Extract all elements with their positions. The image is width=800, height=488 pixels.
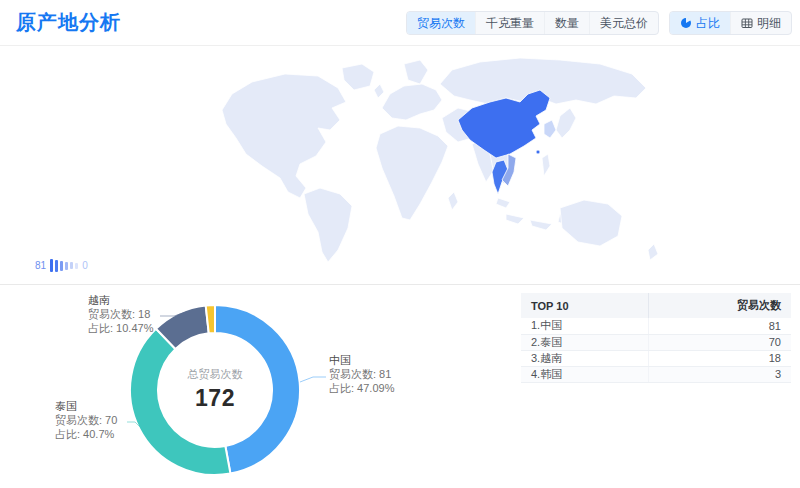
donut-center-label: 总贸易次数 xyxy=(188,367,243,382)
pie-label-vietnam: 越南 贸易次数: 18 占比: 10.47% xyxy=(88,293,153,335)
donut-chart-area: 越南 贸易次数: 18 占比: 10.47% 中国 贸易次数: 81 占比: 4… xyxy=(0,285,520,488)
top10-table: TOP 10 贸易次数 1.中国812.泰国703.越南184.韩国3 xyxy=(521,293,791,383)
table-row: 1.中国81 xyxy=(521,318,791,334)
pie-label-vietnam-percent: 占比: 10.47% xyxy=(88,321,153,335)
table-header-trade-count: 贸易次数 xyxy=(649,293,791,318)
table-header-top10: TOP 10 xyxy=(521,293,649,318)
table-row: 4.韩国3 xyxy=(521,366,791,382)
grid-icon xyxy=(741,17,753,29)
donut-chart xyxy=(0,285,520,488)
value-cell: 18 xyxy=(649,350,791,366)
world-map xyxy=(0,46,800,284)
tab-detail[interactable]: 明细 xyxy=(730,12,791,34)
origin-analysis-page: 原产地分析 贸易次数千克重量数量美元总价 占比明细 xyxy=(0,0,800,488)
landmass-madagascar xyxy=(448,192,458,210)
country-cell: 3.越南 xyxy=(521,350,649,366)
landmass-south-america xyxy=(304,188,352,262)
map-country-korea[interactable] xyxy=(544,120,556,138)
legend-bars xyxy=(50,259,78,272)
table-row: 2.泰国70 xyxy=(521,334,791,350)
top10-table-area: TOP 10 贸易次数 1.中国812.泰国703.越南184.韩国3 xyxy=(521,293,791,488)
legend-bar xyxy=(65,262,68,270)
tab-label: 贸易次数 xyxy=(417,16,465,30)
pie-label-thailand-percent: 占比: 40.7% xyxy=(55,427,117,441)
tab-ratio[interactable]: 占比 xyxy=(670,12,730,34)
value-cell: 3 xyxy=(649,366,791,382)
donut-center: 总贸易次数 172 xyxy=(188,367,243,412)
country-cell: 2.泰国 xyxy=(521,334,649,350)
value-cell: 81 xyxy=(649,318,791,334)
tab-label: 千克重量 xyxy=(486,16,534,30)
legend-bar xyxy=(70,262,73,269)
pie-label-china-name: 中国 xyxy=(329,353,394,367)
table-header-row: TOP 10 贸易次数 xyxy=(521,293,791,318)
header-controls: 贸易次数千克重量数量美元总价 占比明细 xyxy=(406,11,792,35)
legend-min-value: 0 xyxy=(82,260,88,271)
tab-label: 数量 xyxy=(555,16,579,30)
map-country-china-taiwan[interactable] xyxy=(536,150,540,154)
landmass-uk xyxy=(374,84,384,98)
map-color-legend[interactable]: 81 0 xyxy=(35,259,88,272)
landmass-africa xyxy=(376,126,448,220)
pie-label-china-percent: 占比: 47.09% xyxy=(329,381,394,395)
tab-weight-kg[interactable]: 千克重量 xyxy=(475,12,544,34)
tab-label: 明细 xyxy=(757,16,781,30)
page-header: 原产地分析 贸易次数千克重量数量美元总价 占比明细 xyxy=(0,0,800,46)
page-title: 原产地分析 xyxy=(16,9,121,36)
country-cell: 4.韩国 xyxy=(521,366,649,382)
landmass-australia xyxy=(560,200,622,246)
pie-label-thailand-name: 泰国 xyxy=(55,399,117,413)
country-cell: 1.中国 xyxy=(521,318,649,334)
tab-label: 占比 xyxy=(696,16,720,30)
pie-label-china-count: 贸易次数: 81 xyxy=(329,367,394,381)
table-row: 3.越南18 xyxy=(521,350,791,366)
pie-label-thailand: 泰国 贸易次数: 70 占比: 40.7% xyxy=(55,399,117,441)
legend-bar xyxy=(75,263,78,269)
pie-label-vietnam-count: 贸易次数: 18 xyxy=(88,307,153,321)
value-cell: 70 xyxy=(649,334,791,350)
legend-bar xyxy=(50,259,53,272)
metric-tab-group: 贸易次数千克重量数量美元总价 xyxy=(406,11,659,35)
pie-label-china: 中国 贸易次数: 81 占比: 47.09% xyxy=(329,353,394,395)
landmass-greenland xyxy=(342,64,374,90)
landmass-europe xyxy=(382,84,442,120)
landmass-philippines xyxy=(542,154,550,176)
donut-center-value: 172 xyxy=(188,385,243,412)
tab-usd-total[interactable]: 美元总价 xyxy=(589,12,658,34)
landmass-malaysia xyxy=(496,198,510,208)
pie-label-thailand-count: 贸易次数: 70 xyxy=(55,413,117,427)
legend-max-value: 81 xyxy=(35,260,46,271)
legend-bar xyxy=(60,261,63,271)
legend-bar xyxy=(55,260,58,272)
landmass-indonesia-2 xyxy=(530,220,552,230)
tab-quantity[interactable]: 数量 xyxy=(544,12,589,34)
label-line-china xyxy=(300,377,326,382)
landmass-indonesia-1 xyxy=(506,214,524,224)
landmass-new-zealand xyxy=(648,244,658,260)
landmass-scandinavia xyxy=(404,60,428,84)
bottom-section: 越南 贸易次数: 18 占比: 10.47% 中国 贸易次数: 81 占比: 4… xyxy=(0,284,800,488)
view-tab-group: 占比明细 xyxy=(669,11,792,35)
landmass-north-america xyxy=(222,74,346,198)
landmass-korea-japan xyxy=(556,108,576,138)
tab-label: 美元总价 xyxy=(600,16,648,30)
tab-trade-count[interactable]: 贸易次数 xyxy=(407,12,475,34)
pie-label-vietnam-name: 越南 xyxy=(88,293,153,307)
pie-icon xyxy=(680,17,692,29)
world-map-section: 81 0 xyxy=(0,46,800,284)
